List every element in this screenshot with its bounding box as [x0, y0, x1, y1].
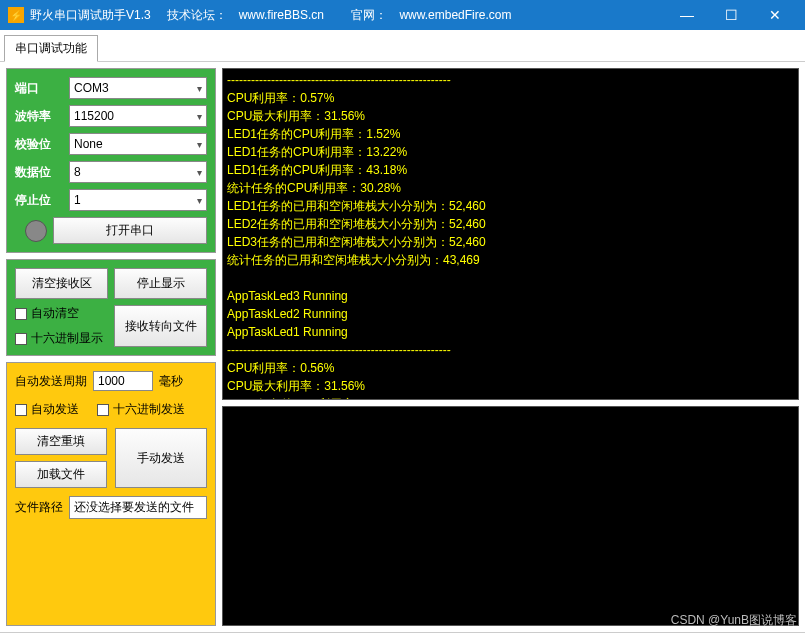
minimize-button[interactable]: —	[665, 0, 709, 30]
hex-display-checkbox[interactable]: 十六进制显示	[15, 330, 108, 347]
clear-fill-button[interactable]: 清空重填	[15, 428, 107, 455]
chevron-down-icon: ▾	[197, 139, 202, 150]
tabbar: 串口调试功能	[0, 30, 805, 62]
filepath-label: 文件路径	[15, 499, 63, 516]
stop-bits-label: 停止位	[15, 192, 63, 209]
data-bits-label: 数据位	[15, 164, 63, 181]
stop-bits-select[interactable]: 1▾	[69, 189, 207, 211]
data-bits-select[interactable]: 8▾	[69, 161, 207, 183]
send-options-panel: 自动发送周期 1000 毫秒 自动发送 十六进制发送 清空重填 加载文件 手动发…	[6, 362, 216, 626]
auto-send-period-input[interactable]: 1000	[93, 371, 153, 391]
site-url[interactable]: www.embedFire.com	[399, 8, 511, 22]
stop-display-button[interactable]: 停止显示	[114, 268, 207, 299]
send-terminal[interactable]	[222, 406, 799, 626]
filepath-input[interactable]: 还没选择要发送的文件	[69, 496, 207, 519]
chevron-down-icon: ▾	[197, 111, 202, 122]
auto-send-period-label: 自动发送周期	[15, 373, 87, 390]
open-port-button[interactable]: 打开串口	[53, 217, 207, 244]
auto-clear-checkbox[interactable]: 自动清空	[15, 305, 108, 322]
port-settings-panel: 端口 COM3▾ 波特率 115200▾ 校验位 None▾ 数据位 8▾ 停止…	[6, 68, 216, 253]
chevron-down-icon: ▾	[197, 83, 202, 94]
baud-select[interactable]: 115200▾	[69, 105, 207, 127]
window-title: 野火串口调试助手V1.3	[30, 7, 151, 24]
hex-send-checkbox[interactable]: 十六进制发送	[97, 401, 185, 418]
site-label: 官网：	[351, 8, 387, 22]
receive-to-file-button[interactable]: 接收转向文件	[114, 305, 207, 347]
port-label: 端口	[15, 80, 63, 97]
auto-send-checkbox[interactable]: 自动发送	[15, 401, 79, 418]
parity-select[interactable]: None▾	[69, 133, 207, 155]
titlebar: ⚡ 野火串口调试助手V1.3 技术论坛：www.fireBBS.cn 官网：ww…	[0, 0, 805, 30]
forum-label: 技术论坛：	[167, 8, 227, 22]
close-button[interactable]: ✕	[753, 0, 797, 30]
maximize-button[interactable]: ☐	[709, 0, 753, 30]
clear-receive-button[interactable]: 清空接收区	[15, 268, 108, 299]
header-links: 技术论坛：www.fireBBS.cn 官网：www.embedFire.com	[167, 7, 524, 24]
manual-send-button[interactable]: 手动发送	[115, 428, 207, 488]
parity-label: 校验位	[15, 136, 63, 153]
chevron-down-icon: ▾	[197, 167, 202, 178]
watermark-text: CSDN @YunB图说博客	[671, 612, 797, 629]
app-icon: ⚡	[8, 7, 24, 23]
chevron-down-icon: ▾	[197, 195, 202, 206]
load-file-button[interactable]: 加载文件	[15, 461, 107, 488]
port-select[interactable]: COM3▾	[69, 77, 207, 99]
period-unit-label: 毫秒	[159, 373, 183, 390]
baud-label: 波特率	[15, 108, 63, 125]
tab-serial-debug[interactable]: 串口调试功能	[4, 35, 98, 62]
receive-terminal[interactable]: ----------------------------------------…	[222, 68, 799, 400]
receive-options-panel: 清空接收区 停止显示 自动清空 十六进制显示 接收转向文件	[6, 259, 216, 356]
forum-url[interactable]: www.fireBBS.cn	[239, 8, 324, 22]
status-led-icon	[25, 220, 47, 242]
